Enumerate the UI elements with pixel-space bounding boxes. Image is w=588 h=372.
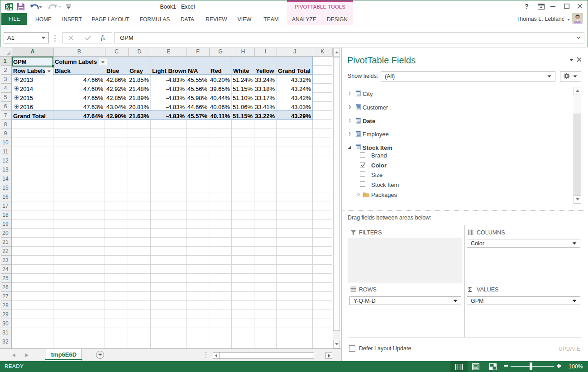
svg-text:X: X (5, 4, 9, 10)
